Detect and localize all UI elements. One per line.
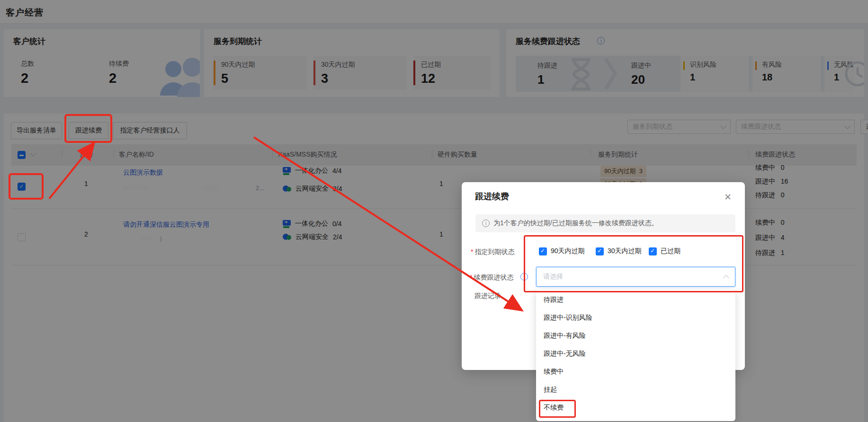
checkbox-checked-icon xyxy=(539,247,547,255)
renewal-status-select[interactable]: 请选择 xyxy=(536,267,735,287)
option-renewing[interactable]: 续费中 xyxy=(536,363,735,381)
chevron-up-icon xyxy=(723,275,729,281)
field-info-icon[interactable]: i xyxy=(520,273,528,281)
checkbox-90d-label: 90天内过期 xyxy=(551,247,585,255)
checkbox-checked-icon xyxy=(649,247,657,255)
record-field-label: 跟进记录 xyxy=(474,292,501,300)
dialog-info-text: 为1个客户的快过期/已过期服务统一修改续费跟进状态。 xyxy=(493,219,658,228)
select-placeholder: 请选择 xyxy=(543,273,563,281)
checkbox-30d-label: 30天内过期 xyxy=(608,247,642,255)
dialog-title: 跟进续费 xyxy=(475,191,509,202)
close-icon[interactable]: ✕ xyxy=(724,192,732,202)
checkbox-30d[interactable]: 30天内过期 xyxy=(596,247,642,255)
option-suspended[interactable]: 挂起 xyxy=(536,381,735,399)
checkbox-checked-icon xyxy=(596,247,604,255)
option-following-at-risk[interactable]: 跟进中-有风险 xyxy=(536,327,735,345)
dialog-info-alert: i 为1个客户的快过期/已过期服务统一修改续费跟进状态。 xyxy=(475,214,735,232)
renewal-status-field-label: 续费跟进状态 xyxy=(470,273,513,282)
option-following-identify-risk[interactable]: 跟进中-识别风险 xyxy=(536,309,735,327)
renewal-status-dropdown: 待跟进 跟进中-识别风险 跟进中-有风险 跟进中-无风险 续费中 挂起 不续费 xyxy=(536,290,735,421)
option-following-no-risk[interactable]: 跟进中-无风险 xyxy=(536,345,735,363)
checkbox-90d[interactable]: 90天内过期 xyxy=(539,247,585,255)
option-no-renewal[interactable]: 不续费 xyxy=(536,399,735,417)
expiry-status-field-label: 指定到期状态 xyxy=(471,248,514,256)
option-pending[interactable]: 待跟进 xyxy=(536,291,735,309)
checkbox-expired-label: 已过期 xyxy=(661,247,680,255)
info-icon: i xyxy=(482,220,490,227)
checkbox-expired[interactable]: 已过期 xyxy=(649,247,680,255)
